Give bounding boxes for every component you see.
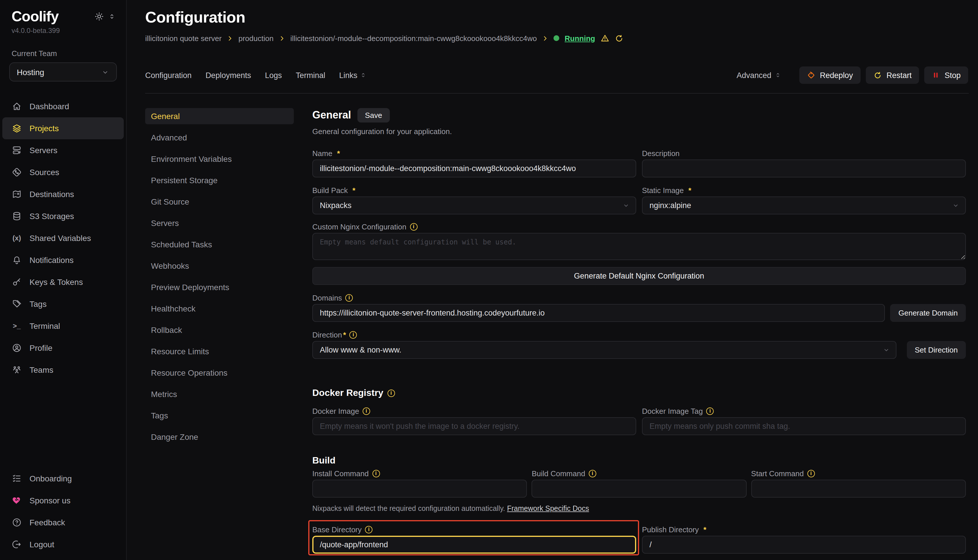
tab-logs[interactable]: Logs (265, 71, 282, 80)
docker-image-input[interactable] (312, 417, 636, 435)
subnav-item-resource-limits[interactable]: Resource Limits (145, 343, 294, 360)
subnav-item-healthcheck[interactable]: Healthcheck (145, 300, 294, 317)
subnav-item-rollback[interactable]: Rollback (145, 322, 294, 338)
docker-registry-heading: Docker Registry (312, 387, 966, 399)
publish-directory-label: Publish Directory (642, 525, 966, 534)
breadcrumb-application[interactable]: illicitestonion/-module--decomposition:m… (290, 34, 537, 42)
team-select[interactable]: Hosting (9, 62, 117, 82)
info-icon[interactable] (807, 470, 814, 477)
subnav-item-webhooks[interactable]: Webhooks (145, 258, 294, 274)
sidebar-item-notifications[interactable]: Notifications (2, 249, 124, 271)
info-icon[interactable] (707, 407, 714, 415)
sidebar-item-sponsor[interactable]: Sponsor us (2, 490, 124, 512)
generate-domain-button[interactable]: Generate Domain (890, 304, 966, 322)
status-running-link[interactable]: Running (565, 34, 595, 42)
current-team-label: Current Team (12, 49, 115, 58)
nginx-config-label: Custom Nginx Configuration (312, 222, 966, 231)
info-icon[interactable] (349, 331, 357, 339)
coolify-app: Coolify v4.0.0-beta.399 Current Team Hos… (0, 0, 978, 560)
settings-subnav: General Advanced Environment Variables P… (145, 108, 294, 553)
sidebar-item-sources[interactable]: Sources (2, 161, 124, 183)
redeploy-button[interactable]: Redeploy (799, 67, 860, 84)
sidebar-item-servers[interactable]: Servers (2, 139, 124, 161)
sidebar-item-profile[interactable]: Profile (2, 337, 124, 359)
install-command-input[interactable] (312, 480, 527, 498)
description-input[interactable] (642, 160, 966, 177)
sidebar-item-dashboard[interactable]: Dashboard (2, 95, 124, 117)
info-icon[interactable] (387, 389, 395, 397)
subnav-item-tags[interactable]: Tags (145, 407, 294, 423)
static-image-select[interactable]: nginx:alpine (642, 197, 966, 214)
framework-docs-link[interactable]: Framework Specific Docs (507, 505, 589, 513)
start-command-input[interactable] (751, 480, 966, 498)
generate-nginx-button[interactable]: Generate Default Nginx Configuration (312, 267, 966, 285)
sidebar-item-keys-tokens[interactable]: Keys & Tokens (2, 271, 124, 293)
app-version: v4.0.0-beta.399 (0, 25, 126, 35)
info-icon[interactable] (410, 223, 417, 231)
tab-deployments[interactable]: Deployments (206, 71, 251, 80)
tab-terminal[interactable]: Terminal (296, 71, 325, 80)
subnav-item-danger-zone[interactable]: Danger Zone (145, 429, 294, 445)
subnav-item-git-source[interactable]: Git Source (145, 193, 294, 210)
build-pack-select[interactable]: Nixpacks (312, 197, 636, 214)
start-command-field-group: Start Command (751, 469, 966, 498)
subnav-item-servers[interactable]: Servers (145, 215, 294, 231)
sidebar-item-onboarding[interactable]: Onboarding (2, 468, 124, 490)
docker-image-tag-input[interactable] (642, 417, 966, 435)
build-command-input[interactable] (532, 480, 747, 498)
chevron-down-icon (882, 346, 890, 354)
docker-image-tag-field-group: Docker Image Tag (642, 407, 966, 435)
warning-triangle-icon[interactable] (600, 33, 610, 43)
info-icon[interactable] (363, 407, 370, 415)
subnav-item-preview-deployments[interactable]: Preview Deployments (145, 279, 294, 295)
restart-button[interactable]: Restart (866, 67, 919, 84)
sidebar-item-logout[interactable]: Logout (2, 533, 124, 555)
subnav-item-advanced[interactable]: Advanced (145, 130, 294, 146)
sidebar-item-projects[interactable]: Projects (2, 117, 124, 139)
subnav-item-environment-variables[interactable]: Environment Variables (145, 151, 294, 167)
name-input[interactable] (312, 160, 636, 177)
sidebar-item-destinations[interactable]: Destinations (2, 183, 124, 205)
tab-links[interactable]: Links (339, 71, 367, 80)
key-icon (12, 277, 22, 287)
app-logo[interactable]: Coolify (12, 8, 59, 25)
subnav-item-scheduled-tasks[interactable]: Scheduled Tasks (145, 237, 294, 253)
sidebar-item-feedback[interactable]: Feedback (2, 512, 124, 533)
breadcrumb-environment[interactable]: production (238, 34, 273, 42)
direction-label: Direction (312, 330, 966, 339)
nginx-config-textarea[interactable] (312, 233, 966, 260)
subnav-item-resource-operations[interactable]: Resource Operations (145, 365, 294, 381)
info-icon[interactable] (589, 470, 596, 477)
advanced-menu[interactable]: Advanced (737, 71, 781, 80)
save-button[interactable]: Save (358, 108, 390, 123)
base-directory-input[interactable] (312, 536, 636, 553)
sidebar-header: Coolify (0, 0, 126, 25)
chevron-down-icon (622, 202, 630, 209)
subnav-item-persistent-storage[interactable]: Persistent Storage (145, 172, 294, 188)
sidebar-item-teams[interactable]: Teams (2, 359, 124, 381)
publish-directory-input[interactable] (642, 536, 966, 553)
direction-select[interactable]: Allow www & non-www. (312, 341, 896, 359)
stop-button[interactable]: Stop (924, 67, 968, 84)
refresh-icon[interactable] (615, 34, 624, 42)
set-direction-button[interactable]: Set Direction (906, 341, 966, 359)
sidebar-item-s3-storages[interactable]: S3 Storages (2, 205, 124, 227)
info-icon[interactable] (372, 470, 379, 477)
base-directory-label: Base Directory (312, 525, 636, 534)
terminal-icon: >_ (12, 322, 22, 330)
subnav-item-metrics[interactable]: Metrics (145, 386, 294, 402)
page-header: Configuration illicitonion quote server … (127, 0, 978, 43)
sidebar-item-terminal[interactable]: >_ Terminal (2, 315, 124, 337)
tab-configuration[interactable]: Configuration (145, 71, 192, 80)
build-heading: Build (312, 455, 966, 467)
chevron-up-down-icon[interactable] (108, 13, 116, 20)
info-icon[interactable] (346, 294, 353, 302)
info-icon[interactable] (365, 526, 373, 533)
sidebar-item-tags[interactable]: Tags (2, 293, 124, 315)
sidebar-item-shared-variables[interactable]: (x) Shared Variables (2, 227, 124, 249)
subnav-item-general[interactable]: General (145, 108, 294, 124)
sun-icon[interactable] (94, 12, 104, 22)
install-command-label: Install Command (312, 469, 527, 478)
domains-input[interactable] (312, 304, 885, 322)
breadcrumb-project[interactable]: illicitonion quote server (145, 34, 222, 42)
